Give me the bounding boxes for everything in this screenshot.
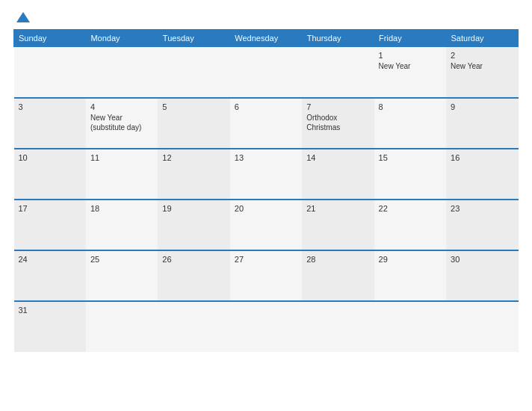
calendar-week-row: 24252627282930 xyxy=(14,250,519,301)
calendar-cell: 27 xyxy=(230,250,302,301)
calendar-cell: 28 xyxy=(302,250,374,301)
country-label xyxy=(466,12,519,15)
calendar-cell: 21 xyxy=(302,200,374,250)
calendar-cell: 13 xyxy=(230,149,302,200)
calendar-cell: 25 xyxy=(86,250,158,301)
day-number: 27 xyxy=(235,255,297,264)
day-number: 6 xyxy=(235,102,297,111)
calendar-cell: 9 xyxy=(446,98,518,149)
weekday-monday: Monday xyxy=(86,30,158,47)
calendar-cell: 12 xyxy=(158,149,229,200)
calendar-cell: 15 xyxy=(374,149,446,200)
day-event: New Year xyxy=(451,61,513,71)
calendar-cell xyxy=(158,301,229,352)
day-number: 8 xyxy=(379,102,442,111)
calendar-cell: 4New Year(substitute day) xyxy=(86,98,158,149)
day-event: (substitute day) xyxy=(90,123,153,132)
calendar-week-row: 1New Year2New Year xyxy=(14,47,519,98)
weekday-friday: Friday xyxy=(374,30,446,47)
calendar-cell xyxy=(158,47,229,98)
weekday-tuesday: Tuesday xyxy=(158,30,229,47)
calendar-cell xyxy=(86,301,158,352)
weekday-wednesday: Wednesday xyxy=(230,30,302,47)
day-number: 25 xyxy=(90,255,153,264)
day-number: 15 xyxy=(379,153,442,162)
calendar-cell xyxy=(14,47,86,98)
day-number: 24 xyxy=(19,255,81,264)
day-number: 5 xyxy=(162,102,225,111)
logo-triangle-icon xyxy=(16,12,30,22)
calendar-page: Sunday Monday Tuesday Wednesday Thursday… xyxy=(0,0,532,411)
calendar-week-row: 10111213141516 xyxy=(14,149,519,200)
day-number: 17 xyxy=(19,204,81,213)
day-number: 2 xyxy=(451,51,513,60)
day-number: 1 xyxy=(379,51,442,60)
calendar-cell: 3 xyxy=(14,98,86,149)
calendar-cell: 29 xyxy=(374,250,446,301)
calendar-cell xyxy=(446,301,518,352)
day-number: 16 xyxy=(451,153,513,162)
day-number: 19 xyxy=(162,204,225,213)
day-event: Orthodox xyxy=(306,113,369,123)
day-number: 20 xyxy=(235,204,297,213)
calendar-cell xyxy=(230,47,302,98)
calendar-cell: 16 xyxy=(446,149,518,200)
logo xyxy=(13,12,30,23)
day-event: New Year xyxy=(90,113,153,123)
weekday-thursday: Thursday xyxy=(302,30,374,47)
calendar-cell: 18 xyxy=(86,200,158,250)
day-number: 26 xyxy=(162,255,225,264)
calendar-cell xyxy=(86,47,158,98)
day-number: 29 xyxy=(379,255,442,264)
calendar-cell: 5 xyxy=(158,98,229,149)
calendar-cell: 26 xyxy=(158,250,229,301)
day-number: 13 xyxy=(235,153,297,162)
calendar-cell: 2New Year xyxy=(446,47,518,98)
day-event: Christmas xyxy=(306,123,369,132)
day-number: 22 xyxy=(379,204,442,213)
day-number: 18 xyxy=(90,204,153,213)
header xyxy=(13,12,519,23)
calendar-cell: 22 xyxy=(374,200,446,250)
calendar-cell xyxy=(302,47,374,98)
calendar-week-row: 17181920212223 xyxy=(14,200,519,250)
day-number: 9 xyxy=(451,102,513,111)
weekday-header-row: Sunday Monday Tuesday Wednesday Thursday… xyxy=(14,30,519,47)
calendar-week-row: 31 xyxy=(14,301,519,352)
calendar-cell: 7OrthodoxChristmas xyxy=(302,98,374,149)
calendar-cell: 17 xyxy=(14,200,86,250)
day-number: 10 xyxy=(19,153,81,162)
day-number: 14 xyxy=(306,153,369,162)
day-number: 3 xyxy=(19,102,81,111)
day-number: 12 xyxy=(162,153,225,162)
weekday-sunday: Sunday xyxy=(14,30,86,47)
calendar-cell: 24 xyxy=(14,250,86,301)
day-number: 7 xyxy=(306,102,369,111)
calendar-cell xyxy=(374,301,446,352)
day-number: 11 xyxy=(90,153,153,162)
day-number: 21 xyxy=(306,204,369,213)
calendar-cell: 23 xyxy=(446,200,518,250)
day-number: 28 xyxy=(306,255,369,264)
day-number: 4 xyxy=(90,102,153,111)
calendar-cell xyxy=(302,301,374,352)
weekday-saturday: Saturday xyxy=(446,30,518,47)
calendar-cell: 19 xyxy=(158,200,229,250)
day-number: 30 xyxy=(451,255,513,264)
calendar-cell: 14 xyxy=(302,149,374,200)
day-number: 23 xyxy=(451,204,513,213)
calendar-cell: 31 xyxy=(14,301,86,352)
calendar-cell: 1New Year xyxy=(374,47,446,98)
calendar-cell: 30 xyxy=(446,250,518,301)
calendar-table: Sunday Monday Tuesday Wednesday Thursday… xyxy=(13,29,519,352)
calendar-cell: 6 xyxy=(230,98,302,149)
day-number: 31 xyxy=(19,306,81,315)
calendar-cell xyxy=(230,301,302,352)
calendar-cell: 20 xyxy=(230,200,302,250)
day-event: New Year xyxy=(379,61,442,71)
calendar-cell: 10 xyxy=(14,149,86,200)
calendar-cell: 11 xyxy=(86,149,158,200)
calendar-week-row: 34New Year(substitute day)567OrthodoxChr… xyxy=(14,98,519,149)
calendar-cell: 8 xyxy=(374,98,446,149)
